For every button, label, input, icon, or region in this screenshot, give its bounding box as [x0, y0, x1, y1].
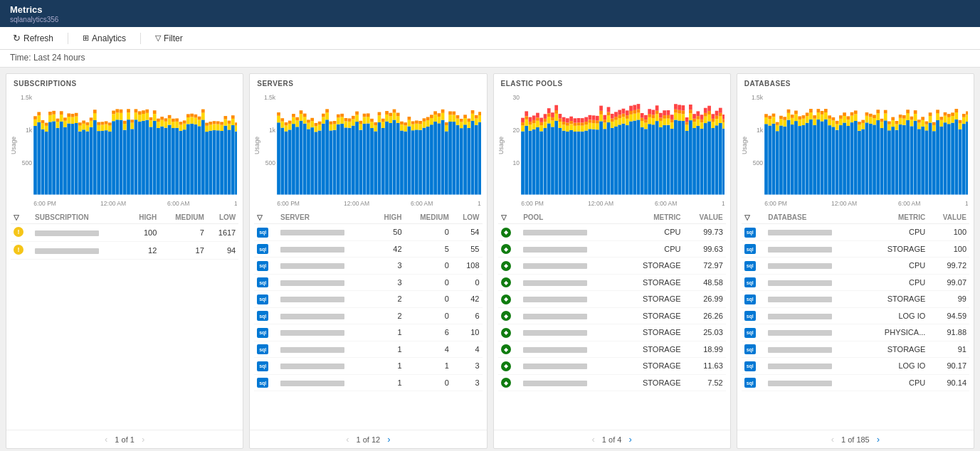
svg-rect-124: [186, 124, 190, 194]
svg-rect-242: [359, 121, 363, 124]
svg-rect-585: [776, 125, 779, 131]
row-medium-8: 1: [405, 358, 452, 375]
svg-rect-678: [891, 120, 895, 127]
svg-rect-293: [423, 118, 426, 121]
svg-rect-87: [138, 111, 142, 115]
svg-text:12:00 AM: 12:00 AM: [588, 200, 613, 207]
name-bar: [523, 347, 587, 353]
svg-rect-510: [670, 115, 673, 120]
row-metric-6: PHYSICA...: [863, 324, 929, 341]
row-high-0: 50: [373, 224, 405, 241]
row-low-0: 1617: [207, 224, 238, 242]
svg-rect-610: [806, 112, 809, 116]
svg-rect-219: [333, 130, 337, 195]
svg-rect-43: [85, 132, 89, 195]
col-filter-elastic_pools[interactable]: ▽: [498, 211, 521, 224]
row-value-0: 100: [928, 224, 969, 241]
svg-rect-423: [591, 129, 595, 195]
svg-rect-551: [711, 128, 715, 195]
svg-rect-515: [678, 120, 681, 194]
svg-rect-397: [566, 122, 569, 125]
svg-rect-240: [359, 130, 363, 195]
refresh-button[interactable]: ↻ Refresh: [10, 31, 56, 45]
svg-rect-418: [584, 117, 588, 122]
svg-rect-626: [828, 125, 831, 194]
next-button-servers[interactable]: ›: [386, 435, 391, 444]
row-icon-4: sql: [254, 291, 278, 308]
svg-rect-410: [576, 118, 580, 122]
svg-rect-273: [400, 130, 404, 194]
svg-rect-40: [82, 129, 85, 194]
svg-rect-393: [562, 122, 565, 124]
row-value-3: 99.07: [928, 274, 969, 291]
svg-rect-164: [235, 125, 237, 131]
table-databases: ▽DATABASEMETRICVALUEsqlCPU100sqlSTORAGE1…: [737, 211, 974, 430]
svg-rect-657: [865, 116, 868, 123]
svg-rect-19: [56, 128, 60, 195]
svg-rect-649: [854, 110, 858, 114]
svg-text:12:00 PM: 12:00 PM: [478, 200, 480, 207]
svg-rect-604: [798, 116, 801, 120]
svg-rect-236: [352, 116, 355, 120]
svg-rect-25: [63, 127, 67, 195]
svg-text:1k: 1k: [757, 127, 764, 134]
name-bar: [523, 297, 587, 302]
next-button-elastic_pools[interactable]: ›: [627, 435, 633, 444]
row-value-8: 90.17: [928, 358, 969, 375]
row-icon-3: sql: [742, 274, 766, 291]
row-high-5: 2: [373, 307, 405, 324]
svg-rect-17: [52, 115, 56, 122]
svg-rect-611: [809, 120, 813, 195]
svg-rect-736: [962, 114, 966, 117]
analytics-button[interactable]: ⊞ Analytics: [80, 32, 129, 45]
svg-rect-475: [640, 127, 643, 195]
row-value-7: 18.99: [684, 341, 726, 358]
name-bar: [523, 230, 587, 235]
svg-rect-256: [378, 115, 381, 122]
col-filter-servers[interactable]: ▽: [254, 211, 278, 224]
svg-rect-402: [569, 117, 573, 121]
svg-rect-620: [820, 121, 823, 194]
svg-rect-474: [636, 104, 640, 109]
svg-rect-612: [809, 112, 813, 120]
svg-rect-3: [33, 116, 37, 120]
svg-rect-439: [606, 122, 610, 195]
row-high-4: 2: [373, 291, 405, 308]
svg-rect-530: [688, 105, 692, 110]
svg-rect-84: [135, 109, 138, 112]
svg-rect-142: [209, 131, 212, 195]
svg-rect-476: [640, 121, 643, 127]
svg-rect-520: [681, 114, 685, 121]
col-filter-subscriptions[interactable]: ▽: [11, 211, 32, 224]
row-high-2: 3: [373, 258, 405, 275]
svg-rect-586: [776, 122, 779, 125]
svg-rect-631: [831, 117, 835, 120]
svg-rect-493: [655, 111, 658, 115]
svg-text:500: 500: [22, 159, 32, 166]
svg-rect-595: [786, 110, 790, 113]
row-metric-8: LOG IO: [863, 358, 929, 375]
svg-rect-637: [839, 115, 843, 119]
svg-rect-308: [441, 110, 445, 113]
svg-rect-248: [367, 113, 370, 117]
svg-rect-127: [190, 124, 194, 195]
svg-rect-359: [532, 129, 535, 195]
name-bar: [280, 297, 344, 302]
svg-text:30: 30: [512, 94, 520, 101]
svg-rect-473: [636, 110, 640, 113]
col-filter-databases[interactable]: ▽: [742, 211, 766, 224]
svg-rect-332: [471, 110, 475, 114]
svg-rect-279: [408, 127, 411, 195]
svg-rect-311: [445, 122, 448, 125]
svg-rect-351: [525, 126, 528, 195]
svg-rect-404: [573, 126, 576, 132]
next-button-databases[interactable]: ›: [875, 435, 881, 444]
svg-rect-29: [67, 117, 70, 123]
svg-rect-467: [633, 121, 636, 195]
svg-rect-56: [101, 124, 105, 130]
svg-rect-723: [947, 117, 951, 124]
svg-rect-52: [97, 131, 100, 194]
row-high-3: 3: [373, 274, 405, 291]
row-icon-9: sql: [254, 374, 278, 391]
filter-button[interactable]: ▽ Filter: [152, 32, 186, 45]
